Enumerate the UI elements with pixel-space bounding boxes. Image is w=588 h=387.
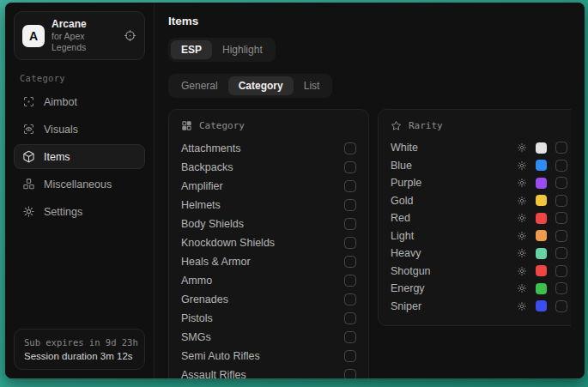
sidebar: A Arcane for Apex Legends Category Aimbo… <box>5 3 155 378</box>
sidebar-item-visuals[interactable]: Visuals <box>14 117 145 142</box>
category-row: Heals & Armor <box>181 252 356 271</box>
rarity-color-swatch[interactable] <box>536 265 547 276</box>
rarity-color-swatch[interactable] <box>536 300 547 311</box>
category-checkbox[interactable] <box>344 161 356 173</box>
mode-toggle: ESPHighlight <box>168 38 276 62</box>
category-row: Knockdown Shields <box>181 233 356 252</box>
category-checkbox[interactable] <box>344 275 356 287</box>
rarity-checkbox[interactable] <box>555 247 567 259</box>
star-icon <box>391 120 402 131</box>
rarity-settings-gear-icon[interactable] <box>517 160 527 171</box>
sidebar-item-miscellaneous[interactable]: Miscellaneous <box>14 172 145 197</box>
category-checkbox[interactable] <box>344 293 356 305</box>
category-checkbox[interactable] <box>344 256 356 268</box>
rarity-row: Gold <box>391 192 567 210</box>
rarity-row: Sniper <box>391 298 567 316</box>
rarity-checkbox[interactable] <box>555 300 567 312</box>
sidebar-item-label: Visuals <box>44 124 78 136</box>
rarity-settings-gear-icon[interactable] <box>517 266 527 276</box>
category-checkbox[interactable] <box>344 218 356 230</box>
rarity-color-swatch[interactable] <box>536 213 547 224</box>
rarity-row-label: Sniper <box>391 300 508 312</box>
category-row-label: Assault Rifles <box>181 369 246 378</box>
category-checkbox[interactable] <box>344 180 356 192</box>
rarity-checkbox[interactable] <box>555 177 567 189</box>
rarity-checkbox[interactable] <box>555 282 567 294</box>
rarity-color-swatch[interactable] <box>536 230 547 241</box>
sidebar-item-label: Items <box>44 151 70 163</box>
panels-row: Category Attachments Backpacks Amplifier… <box>168 109 571 378</box>
category-row-label: Semi Auto Rifles <box>181 350 260 362</box>
rarity-color-swatch[interactable] <box>536 283 547 294</box>
rarity-color-swatch[interactable] <box>536 178 547 189</box>
rarity-settings-gear-icon[interactable] <box>517 231 527 241</box>
category-checkbox[interactable] <box>344 199 356 211</box>
category-checkbox[interactable] <box>344 142 356 154</box>
rarity-row-label: Light <box>391 230 508 242</box>
sidebar-item-settings[interactable]: Settings <box>14 199 145 224</box>
rarity-row-label: Heavy <box>391 247 508 259</box>
rarity-settings-gear-icon[interactable] <box>517 196 527 206</box>
rarity-color-swatch[interactable] <box>536 142 547 154</box>
rarity-color-swatch[interactable] <box>536 160 547 171</box>
category-panel-title: Category <box>199 120 245 131</box>
category-row: Attachments <box>181 139 356 158</box>
app-window: A Arcane for Apex Legends Category Aimbo… <box>5 3 585 378</box>
rarity-checkbox[interactable] <box>555 230 567 242</box>
category-row: Assault Rifles <box>181 366 356 378</box>
tab-list[interactable]: List <box>294 76 330 95</box>
rarity-checkbox[interactable] <box>555 160 567 172</box>
sidebar-item-aimbot[interactable]: Aimbot <box>14 89 145 114</box>
grid-icon <box>181 120 192 131</box>
rarity-settings-gear-icon[interactable] <box>517 142 527 153</box>
mode-option-esp[interactable]: ESP <box>171 40 212 59</box>
category-row-label: SMGs <box>181 331 211 343</box>
category-checkbox[interactable] <box>344 350 356 362</box>
rarity-settings-gear-icon[interactable] <box>517 213 527 223</box>
category-checkbox[interactable] <box>344 237 356 249</box>
rarity-row-label: Blue <box>391 160 508 172</box>
main-content: Items ESPHighlight GeneralCategoryList C… <box>155 3 585 378</box>
category-row: Pistols <box>181 309 356 328</box>
rarity-checkbox[interactable] <box>555 195 567 207</box>
category-row: Backpacks <box>181 158 356 177</box>
tab-general[interactable]: General <box>171 76 228 95</box>
gear-icon <box>22 205 35 218</box>
category-panel-header: Category <box>181 120 356 131</box>
sidebar-item-items[interactable]: Items <box>14 144 145 169</box>
rarity-color-swatch[interactable] <box>536 195 547 206</box>
tab-bar: GeneralCategoryList <box>168 74 332 98</box>
rarity-row-label: Energy <box>391 282 508 294</box>
scan-eye-icon <box>22 123 35 136</box>
rarity-settings-gear-icon[interactable] <box>517 301 527 311</box>
rarity-row: Blue <box>391 157 567 175</box>
category-row: Grenades <box>181 290 356 309</box>
category-checkbox[interactable] <box>344 369 356 378</box>
tab-category[interactable]: Category <box>228 76 294 95</box>
rarity-color-swatch[interactable] <box>536 248 547 259</box>
rarity-checkbox[interactable] <box>555 142 567 154</box>
category-row: Semi Auto Rifles <box>181 347 356 366</box>
rarity-checkbox[interactable] <box>555 265 567 277</box>
boxes-icon <box>22 178 35 190</box>
rarity-row: Purple <box>391 174 567 192</box>
rarity-panel-title: Rarity <box>409 120 443 131</box>
rarity-row: Heavy <box>391 245 567 263</box>
rarity-settings-gear-icon[interactable] <box>517 283 527 293</box>
category-row-label: Ammo <box>181 275 212 287</box>
mode-option-highlight[interactable]: Highlight <box>212 40 273 59</box>
category-row-label: Amplifier <box>181 180 223 192</box>
brand-card: A Arcane for Apex Legends <box>14 11 145 60</box>
category-checkbox[interactable] <box>344 312 356 324</box>
category-checkbox[interactable] <box>344 331 356 343</box>
rarity-settings-gear-icon[interactable] <box>517 178 527 188</box>
category-row: Ammo <box>181 271 356 290</box>
category-row: Body Shields <box>181 215 356 233</box>
sidebar-item-label: Aimbot <box>44 96 77 108</box>
rarity-row-label: Gold <box>391 195 508 207</box>
rarity-settings-gear-icon[interactable] <box>517 248 527 258</box>
crosshair-icon[interactable] <box>124 29 136 42</box>
rarity-row-label: Red <box>391 212 508 224</box>
category-row-label: Helmets <box>181 199 221 211</box>
rarity-checkbox[interactable] <box>555 212 567 224</box>
